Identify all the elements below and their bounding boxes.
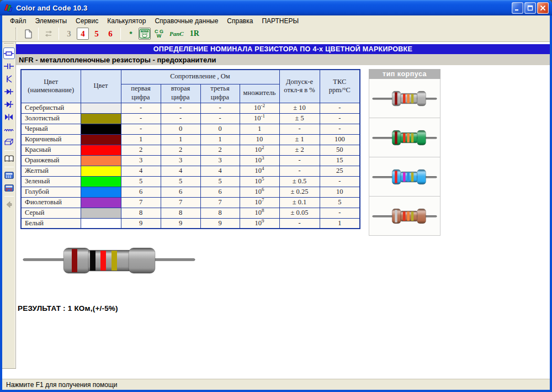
sidebar-calculator-blue-button[interactable]: [3, 169, 15, 181]
case-type-cell[interactable]: [369, 157, 440, 197]
panc-button[interactable]: PanC: [167, 28, 186, 40]
color-swatch-cell[interactable]: [81, 134, 121, 145]
zener-diode-icon: [4, 101, 13, 108]
tks-cell: -: [320, 113, 360, 124]
sidebar-grip[interactable]: [4, 43, 13, 45]
digit2-cell: 6: [161, 187, 200, 197]
col-header-resistance: Сопротивление , Ом: [121, 70, 279, 84]
bands-4-button[interactable]: 4: [77, 28, 89, 40]
col-header-digit3: третья цифра: [200, 84, 240, 103]
case-type-cell[interactable]: [369, 197, 440, 236]
tks-cell: -: [320, 176, 360, 187]
menubar: Файл Элементы Сервис Калькулятор Справоч…: [2, 15, 550, 26]
digit3-cell: 8: [200, 208, 240, 218]
col-header-color: Цвет: [81, 70, 121, 103]
digit1-cell: 4: [121, 166, 161, 176]
bands-5-button[interactable]: 5: [91, 28, 103, 40]
color-swatch-cell[interactable]: [81, 103, 121, 113]
color-swatch-cell[interactable]: [81, 197, 121, 208]
menu-item-partners[interactable]: ПАРТНЕРЫ: [257, 16, 303, 26]
star-button[interactable]: *: [125, 28, 137, 40]
color-name-cell: Белый: [21, 218, 81, 229]
color-name-cell: Голубой: [21, 187, 81, 197]
multiplier-cell: 106: [240, 187, 279, 197]
bands-6-button[interactable]: 6: [104, 28, 116, 40]
1r-button[interactable]: 1R: [188, 28, 201, 40]
digit3-cell: 4: [200, 166, 240, 176]
table-row: Белый999109-1: [21, 218, 360, 229]
menu-item-service[interactable]: Сервис: [71, 16, 103, 26]
menu-item-elements[interactable]: Элементы: [31, 16, 72, 26]
sidebar-handbook-button[interactable]: [3, 153, 15, 165]
tks-cell: 15: [320, 155, 360, 166]
digit1-cell: 6: [121, 187, 161, 197]
sidebar-zener-diode-button[interactable]: [3, 98, 15, 110]
minimize-button[interactable]: [512, 2, 523, 14]
transistor-icon: [5, 75, 13, 83]
case-resistor-image: [369, 119, 440, 157]
sidebar-diode-button[interactable]: [3, 86, 15, 97]
col-header-tolerance: Допуск-еоткл-я в %: [279, 70, 320, 103]
page-subtitle: NFR - металлопленочные резисторы - предо…: [16, 54, 550, 65]
case-resistor-image: [369, 158, 440, 196]
toolbar: 3 4 5 6 * PHILIPS C G W PanC 1R: [2, 26, 550, 42]
color-name-cell: Серый: [21, 208, 81, 218]
sidebar-box-button[interactable]: [3, 136, 15, 148]
case-panel-title: тип корпуса: [369, 69, 440, 79]
menu-item-calculator[interactable]: Калькулятор: [103, 16, 150, 26]
digit3-cell: 0: [200, 124, 240, 134]
menu-item-help[interactable]: Справка: [222, 16, 257, 26]
digit1-cell: -: [121, 124, 161, 134]
sidebar-capacitor-button[interactable]: [3, 60, 15, 72]
digit1-cell: 7: [121, 197, 161, 208]
color-swatch-cell[interactable]: [81, 113, 121, 124]
table-row: Серый888108± 0.05-: [21, 208, 360, 218]
sidebar-separator: [4, 196, 14, 197]
color-swatch-cell[interactable]: [81, 176, 121, 187]
table-row: Коричневый11110± 1100: [21, 134, 360, 145]
maximize-button[interactable]: [524, 2, 536, 14]
sidebar-back-button: [3, 199, 15, 210]
multiplier-cell: 1: [240, 124, 279, 134]
color-swatch-cell[interactable]: [81, 218, 121, 229]
digit2-cell: 3: [161, 155, 200, 166]
sidebar-transistor-button[interactable]: [3, 73, 15, 84]
color-swatch-cell[interactable]: [81, 155, 121, 166]
color-name-cell: Черный: [21, 124, 81, 134]
case-type-cell[interactable]: [369, 118, 440, 157]
color-swatch-cell[interactable]: [81, 145, 121, 155]
tks-cell: 10: [320, 187, 360, 197]
color-swatch-cell[interactable]: [81, 187, 121, 197]
color-swatch-cell[interactable]: [81, 166, 121, 176]
new-document-button[interactable]: [22, 28, 34, 40]
diode-icon: [4, 88, 13, 95]
capacitor-icon: [4, 63, 14, 70]
sidebar-calculator-red-button[interactable]: [3, 182, 15, 194]
sidebar-dual-diode-button[interactable]: [3, 111, 15, 123]
color-swatch-cell[interactable]: [81, 124, 121, 134]
tks-cell: 50: [320, 145, 360, 155]
table-row: Фиолетовый777107± 0.15: [21, 197, 360, 208]
digit2-cell: -: [161, 113, 200, 124]
multiplier-cell: 107: [240, 197, 279, 208]
tolerance-cell: ± 10: [279, 103, 320, 113]
digit2-cell: 8: [161, 208, 200, 218]
digit3-cell: -: [200, 103, 240, 113]
menu-item-reference[interactable]: Справочные данные: [150, 16, 222, 26]
digit3-cell: 9: [200, 218, 240, 229]
cgw-button[interactable]: C G W: [152, 28, 166, 40]
menu-item-file[interactable]: Файл: [6, 16, 31, 26]
sidebar-resistor-button[interactable]: [3, 47, 15, 59]
close-button[interactable]: [537, 2, 549, 14]
sidebar-inductor-button[interactable]: [3, 124, 15, 135]
inductor-icon: [4, 128, 14, 132]
digit3-cell: 2: [200, 145, 240, 155]
color-swatch-cell[interactable]: [81, 208, 121, 218]
philips-button[interactable]: PHILIPS: [139, 28, 151, 40]
case-resistor-image: [369, 80, 440, 118]
digit2-cell: 4: [161, 166, 200, 176]
case-type-cell[interactable]: [369, 79, 440, 118]
color-name-cell: Оранжевый: [21, 155, 81, 166]
multiplier-cell: 10-2: [240, 103, 279, 113]
toolbar-grip[interactable]: [15, 28, 17, 40]
